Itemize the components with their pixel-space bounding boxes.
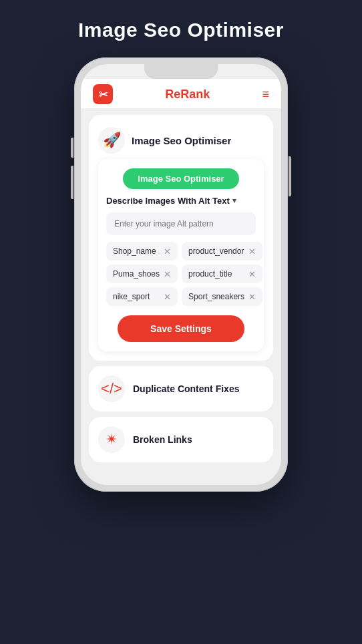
tag-close-icon[interactable]: ✕ <box>248 270 256 279</box>
tag-close-icon[interactable]: ✕ <box>248 293 256 301</box>
tag-label: product_title <box>188 269 232 279</box>
tag-close-icon[interactable]: ✕ <box>164 293 171 301</box>
brand-name: ReRank <box>165 88 210 102</box>
rocket-icon: 🚀 <box>103 132 121 149</box>
tag-close-icon[interactable]: ✕ <box>164 247 171 256</box>
broken-link-icon: ✴ <box>106 431 118 448</box>
logo-symbol: ✂ <box>99 88 108 101</box>
broken-links-title: Broken Links <box>133 434 192 445</box>
app-topbar: ✂ ReRank ≡ <box>81 79 281 108</box>
save-settings-button[interactable]: Save Settings <box>118 315 244 342</box>
duplicate-content-section: </> Duplicate Content Fixes <box>89 366 273 412</box>
phone-frame: ✂ ReRank ≡ 🚀 Image Seo Optimiser Image S… <box>74 57 288 492</box>
broken-links-section: ✴ Broken Links <box>89 417 273 462</box>
section-header: 🚀 Image Seo Optimiser <box>98 124 264 159</box>
tag-item: nike_sport✕ <box>106 287 178 306</box>
tag-item: product_vendor✕ <box>182 242 262 261</box>
duplicate-title: Duplicate Content Fixes <box>133 383 239 394</box>
tag-label: Sport_sneakers <box>188 292 244 301</box>
phone-side-btn2 <box>71 166 73 199</box>
code-icon: </> <box>101 380 122 397</box>
phone-screen: ✂ ReRank ≡ 🚀 Image Seo Optimiser Image S… <box>81 64 281 485</box>
badge: Image Seo Optimiser <box>123 168 238 189</box>
tag-grid: Shop_name✕product_vendor✕Puma_shoes✕prod… <box>106 242 256 306</box>
alt-pattern-input[interactable] <box>106 212 256 235</box>
tag-item: Sport_sneakers✕ <box>182 287 262 306</box>
phone-side-btn <box>71 138 73 158</box>
menu-icon[interactable]: ≡ <box>262 88 269 102</box>
section-icon-broken: ✴ <box>98 426 125 453</box>
phone-notch <box>144 64 218 79</box>
section-icon: 🚀 <box>98 127 125 154</box>
app-logo: ✂ <box>93 84 113 104</box>
tag-label: nike_sport <box>113 292 150 301</box>
phone-power-btn <box>289 156 291 196</box>
tag-item: Shop_name✕ <box>106 242 178 261</box>
tag-label: product_vendor <box>188 247 244 256</box>
section-icon-duplicate: </> <box>98 375 125 402</box>
tag-close-icon[interactable]: ✕ <box>164 270 171 279</box>
page-title: Image Seo Optimiser <box>78 19 284 41</box>
tag-label: Puma_shoes <box>113 269 160 279</box>
tag-label: Shop_name <box>113 247 156 256</box>
seo-inner-card: Image Seo Optimiser Describe Images With… <box>98 159 264 351</box>
phone-content: 🚀 Image Seo Optimiser Image Seo Optimise… <box>81 108 281 485</box>
describe-label: Describe Images With Alt Text ▾ <box>106 196 236 206</box>
tag-close-icon[interactable]: ✕ <box>248 247 256 256</box>
chevron-down-icon: ▾ <box>232 196 236 205</box>
image-seo-section: 🚀 Image Seo Optimiser Image Seo Optimise… <box>89 115 273 361</box>
tag-item: product_title✕ <box>182 265 262 283</box>
section-title: Image Seo Optimiser <box>132 135 231 146</box>
tag-item: Puma_shoes✕ <box>106 265 178 283</box>
